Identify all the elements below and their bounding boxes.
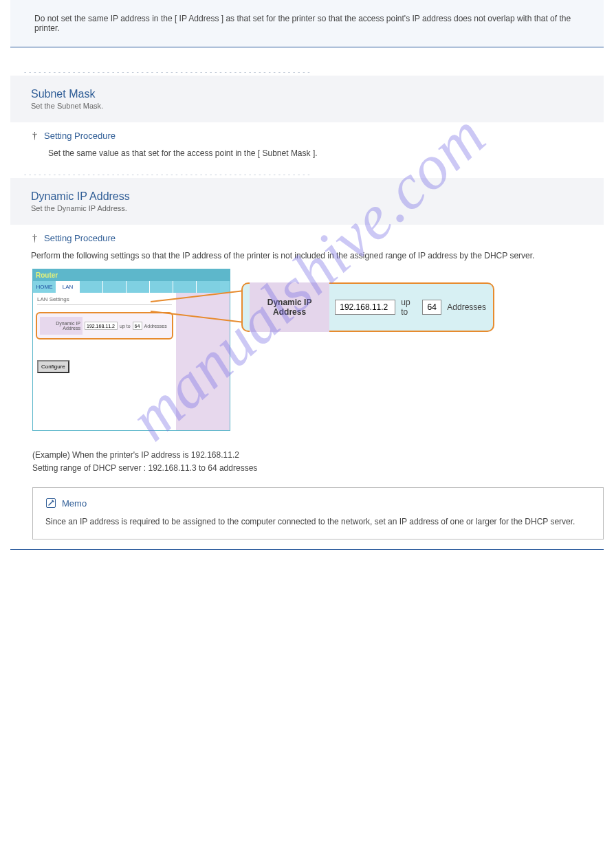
tab-lan[interactable]: LAN [56,281,80,293]
count-input-small[interactable] [133,322,142,330]
postfig-line2: Setting range of DHCP server : 192.168.1… [32,462,604,475]
upto-text-small: up to [120,324,131,329]
dash-row-2: - - - - - - - - - - - - - - - - - - - - … [10,170,604,178]
ip-input-big[interactable] [335,300,395,315]
router-ui-mock: Router HOME LAN LAN Settings Dynamic IP … [32,269,230,431]
param-title-dynip: Dynamic IP Address [31,190,590,203]
router-tabs: HOME LAN [33,281,230,293]
param-sub-subnet: Set the Subnet Mask. [31,102,590,110]
tab-empty[interactable] [127,281,150,293]
dynip-callout-big: Dynamic IP Address up to Addresses [241,282,494,332]
cross-row-2: † Setting Procedure [10,233,604,244]
cross-row-1: † Setting Procedure [10,131,604,142]
dynip-cue: Perform the following settings so that t… [10,249,604,262]
tab-empty[interactable] [173,281,197,293]
top-note: Do not set the same IP address in the [ … [10,0,604,47]
postfig-text: (Example) When the printer's IP address … [10,449,604,475]
configure-button[interactable]: Configure [37,360,69,373]
memo-body: Since an IP address is required to be as… [45,515,591,528]
ip-input-small[interactable] [85,322,118,330]
router-figure: Router HOME LAN LAN Settings Dynamic IP … [10,269,604,441]
tab-empty[interactable] [103,281,127,293]
postfig-line1: (Example) When the printer's IP address … [32,449,604,462]
top-note-text: Do not set the same IP address in the [ … [34,14,586,33]
count-input-big[interactable] [422,300,441,315]
memo-heading: Memo [45,498,591,509]
tab-empty[interactable] [80,281,103,293]
divider-top [10,47,604,47]
param-title-subnet: Subnet Mask [31,88,590,100]
divider-bottom [10,549,604,550]
upto-text-big: up to [401,298,417,317]
obelisk-icon: † [32,131,37,142]
addresses-text-small: Addresses [144,324,167,329]
dynip-row-small: Dynamic IP Address up to Addresses [36,312,173,340]
router-titlebar: Router [33,269,230,281]
router-sidebar [176,293,230,430]
subnet-desc: Set the same value as that set for the a… [10,147,604,159]
param-block-dynip: Dynamic IP Address Set the Dynamic IP Ad… [10,178,604,225]
setting-procedure-label-2: Setting Procedure [44,233,116,243]
dash-row-1: - - - - - - - - - - - - - - - - - - - - … [10,68,604,76]
param-sub-dynip: Set the Dynamic IP Address. [31,204,590,212]
memo-icon [45,498,56,509]
tab-home[interactable]: HOME [33,281,56,293]
tab-empty[interactable] [150,281,173,293]
router-body: LAN Settings Dynamic IP Address up to Ad… [33,293,230,430]
lan-settings-heading: LAN Settings [37,296,172,305]
setting-procedure-label-1: Setting Procedure [44,131,116,141]
obelisk-icon: † [32,233,37,244]
tab-empty[interactable] [197,281,220,293]
dynip-label-big: Dynamic IP Address [250,282,329,332]
param-block-subnet: Subnet Mask Set the Subnet Mask. [10,76,604,122]
dynip-label-small: Dynamic IP Address [40,317,83,335]
router-title: Router [36,271,58,279]
addresses-text-big: Addresses [447,302,486,312]
memo-label: Memo [62,498,87,509]
memo-box: Memo Since an IP address is required to … [32,487,604,539]
